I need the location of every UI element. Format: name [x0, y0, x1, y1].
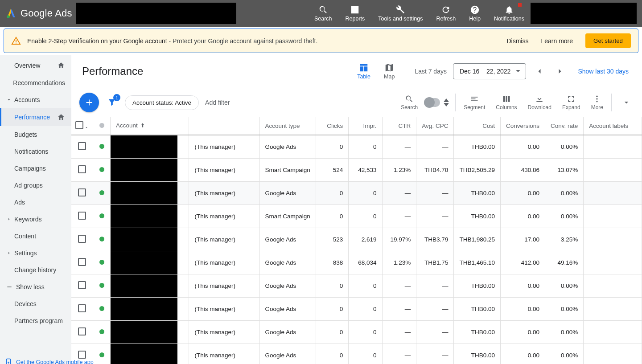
logo[interactable]: Google Ads: [5, 8, 72, 19]
add-filter-button[interactable]: Add filter: [205, 99, 230, 106]
table-row[interactable]: (This manager)Smart Campaign00——THB0.000…: [71, 205, 642, 228]
col-ctr[interactable]: CTR: [382, 117, 416, 135]
banner-text: Enable 2-Step Verification on your Googl…: [27, 37, 317, 45]
cell-impr: 2,619: [349, 228, 382, 251]
collapse-panel-button[interactable]: [619, 95, 634, 110]
col-account-type[interactable]: Account type: [259, 117, 316, 135]
sidebar-item-settings[interactable]: Settings: [0, 245, 71, 262]
col-account[interactable]: Account: [110, 117, 189, 135]
cell-cost: THB1,980.25: [454, 228, 501, 251]
col-cost[interactable]: Cost: [454, 117, 501, 135]
col-check[interactable]: [71, 117, 93, 135]
date-range-select[interactable]: Dec 16 – 22, 2022: [453, 63, 526, 79]
table-row[interactable]: (This manager)Google Ads5232,61919.97%TH…: [71, 228, 642, 251]
sidebar-label: Notifications: [14, 148, 48, 155]
sidebar-item-overview[interactable]: Overview: [0, 57, 71, 74]
cell-impr: 0: [349, 135, 382, 159]
chevron-down-icon[interactable]: [84, 125, 89, 130]
reports-tool[interactable]: Reports: [346, 5, 365, 22]
sidebar-item-notifications[interactable]: Notifications: [0, 143, 71, 160]
sidebar-label: Devices: [14, 300, 37, 307]
sidebar-item-adgroups[interactable]: Ad groups: [0, 177, 71, 194]
sidebar-item-ads[interactable]: Ads: [0, 194, 71, 211]
learn-more-button[interactable]: Learn more: [541, 37, 573, 45]
sort-toggle[interactable]: [444, 98, 449, 107]
search-button[interactable]: Search: [396, 94, 422, 110]
tools-settings-tool[interactable]: Tools and settings: [378, 5, 423, 22]
row-checkbox[interactable]: [78, 188, 86, 196]
col-clicks[interactable]: Clicks: [316, 117, 348, 135]
notifications-tool[interactable]: Notifications: [494, 5, 524, 22]
table-row[interactable]: (This manager)Google Ads00——THB0.000.000…: [71, 321, 642, 344]
bell-icon: [504, 5, 514, 15]
row-checkbox[interactable]: [78, 351, 86, 359]
show-last-30-button[interactable]: Show last 30 days: [578, 68, 629, 75]
col-impr[interactable]: Impr.: [349, 117, 382, 135]
select-all-checkbox[interactable]: [75, 121, 83, 129]
get-started-button[interactable]: Get started: [585, 33, 631, 48]
row-checkbox[interactable]: [78, 235, 86, 243]
segment-label: Segment: [464, 104, 485, 110]
map-view-button[interactable]: Map: [384, 63, 395, 80]
more-button[interactable]: More: [587, 94, 608, 110]
next-period-button[interactable]: [553, 64, 567, 78]
row-checkbox[interactable]: [78, 327, 86, 335]
table-row[interactable]: (This manager)Google Ads00——THB0.000.000…: [71, 298, 642, 321]
filter-button[interactable]: 1: [105, 96, 119, 109]
col-labels[interactable]: Account labels: [584, 117, 642, 135]
summary-toggle[interactable]: [424, 98, 440, 107]
row-checkbox[interactable]: [78, 281, 86, 289]
sidebar-item-content[interactable]: Content: [0, 228, 71, 245]
account-name-redacted: [111, 159, 177, 181]
cell-manager: (This manager): [189, 135, 259, 159]
table-container[interactable]: Account Account type Clicks Impr. CTR Av…: [71, 117, 642, 364]
search-tool[interactable]: Search: [314, 5, 332, 22]
col-conversions[interactable]: Conversions: [500, 117, 545, 135]
mobile-app-promo[interactable]: Get the Google Ads mobile app: [4, 356, 71, 364]
row-checkbox[interactable]: [78, 165, 86, 173]
table-row[interactable]: (This manager)Google Ads00——THB0.000.000…: [71, 135, 642, 159]
cell-ctr: —: [382, 344, 416, 364]
col-status[interactable]: [93, 117, 111, 135]
row-checkbox[interactable]: [78, 142, 86, 150]
table-row[interactable]: (This manager)Google Ads00——THB0.000.000…: [71, 344, 642, 364]
table-view-button[interactable]: Table: [357, 63, 370, 80]
segment-button[interactable]: Segment: [459, 94, 490, 110]
sidebar-item-devices[interactable]: Devices: [0, 295, 71, 312]
table-row[interactable]: (This manager)Google Ads00——THB0.000.000…: [71, 274, 642, 298]
account-name-redacted: [111, 135, 177, 158]
col-label: Cost: [482, 123, 495, 129]
sidebar-item-performance[interactable]: Performance: [0, 108, 71, 126]
expand-button[interactable]: Expand: [558, 94, 585, 110]
col-avgcpc[interactable]: Avg. CPC: [416, 117, 454, 135]
more-label: More: [591, 104, 603, 110]
download-button[interactable]: Download: [523, 94, 556, 110]
sidebar-show-less[interactable]: Show less: [0, 278, 71, 295]
prev-period-button[interactable]: [532, 64, 547, 78]
sidebar-item-accounts[interactable]: Accounts: [0, 91, 71, 108]
columns-button[interactable]: Columns: [491, 94, 521, 110]
refresh-tool[interactable]: Refresh: [436, 5, 456, 22]
sidebar-item-campaigns[interactable]: Campaigns: [0, 160, 71, 177]
table-row[interactable]: (This manager)Google Ads00——THB0.000.000…: [71, 182, 642, 205]
dismiss-button[interactable]: Dismiss: [506, 37, 528, 45]
filter-chip-status[interactable]: Account status: Active: [125, 95, 199, 110]
row-checkbox[interactable]: [78, 304, 86, 312]
sidebar-item-partners[interactable]: Partners program: [0, 312, 71, 329]
row-checkbox[interactable]: [78, 212, 86, 220]
row-checkbox[interactable]: [78, 258, 86, 266]
table-row[interactable]: (This manager)Smart Campaign52442,5331.2…: [71, 159, 642, 182]
col-convrate[interactable]: Conv. rate: [545, 117, 584, 135]
sidebar-item-budgets[interactable]: Budgets: [0, 126, 71, 143]
help-tool[interactable]: Help: [469, 5, 481, 22]
table-row[interactable]: (This manager)Google Ads83868,0341.23%TH…: [71, 251, 642, 274]
sidebar-item-keywords[interactable]: Keywords: [0, 211, 71, 228]
cell-impr: 0: [349, 298, 382, 321]
col-manager[interactable]: [189, 117, 259, 135]
sidebar-item-recommendations[interactable]: Recommendations: [0, 74, 71, 91]
add-button[interactable]: [79, 93, 99, 112]
sidebar-item-changehistory[interactable]: Change history: [0, 262, 71, 278]
cell-cpc: —: [416, 274, 454, 298]
account-name-redacted: [111, 251, 177, 274]
expand-icon: [567, 94, 576, 103]
